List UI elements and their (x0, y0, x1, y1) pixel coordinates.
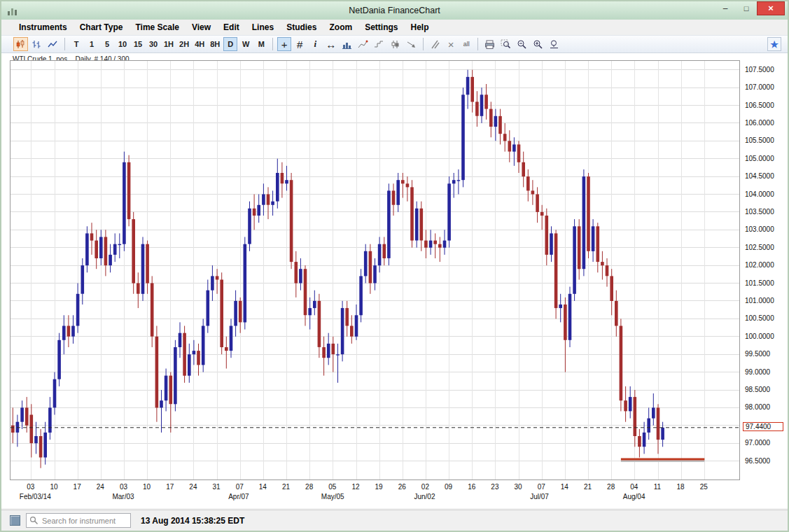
chart-type-bars-button[interactable] (29, 37, 44, 51)
chart-type-candlestick-button[interactable] (13, 37, 28, 51)
x-axis-month-label: Apr/07 (228, 493, 249, 500)
minimize-button[interactable]: – (715, 1, 736, 15)
x-axis-month-label: May/05 (321, 493, 344, 500)
timeframe-button-2h[interactable]: 2H (177, 37, 191, 51)
maximize-button[interactable]: □ (736, 1, 757, 15)
timeframe-button-1h[interactable]: 1H (162, 37, 176, 51)
menu-item-lines[interactable]: Lines (246, 21, 280, 34)
menu-item-settings[interactable]: Settings (358, 21, 404, 34)
study-compare-button[interactable] (388, 37, 403, 51)
x-axis-label: 05 (323, 483, 342, 491)
zoom-out-button[interactable] (515, 37, 529, 51)
print-button[interactable] (482, 37, 497, 51)
x-axis-months: Feb/03/14Mar/03Apr/07May/05Jun/02Jul/07A… (1, 493, 778, 501)
zoom-area-button[interactable] (498, 37, 513, 51)
price-chart[interactable] (10, 60, 740, 480)
y-axis-label: 104.5000 (745, 172, 774, 180)
status-icon (10, 515, 20, 526)
window-controls: – □ × (715, 1, 785, 20)
status-bar: 13 Aug 2014 15:38:25 EDT (1, 510, 788, 531)
candlestick-icon (15, 39, 26, 50)
timeframe-button-1[interactable]: 1 (85, 37, 99, 51)
volume-button[interactable] (340, 37, 354, 51)
y-axis-label: 102.5000 (745, 244, 774, 251)
window-title: NetDania FinanceChart (1, 6, 788, 15)
timeframe-button-w[interactable]: W (239, 37, 253, 51)
timeframe-button-30[interactable]: 30 (146, 37, 160, 51)
x-axis-label: 23 (485, 483, 505, 491)
timeframe-button-4h[interactable]: 4H (193, 37, 207, 51)
menu-item-studies[interactable]: Studies (280, 21, 323, 34)
x-axis-label: 03 (21, 483, 41, 491)
app-window: NetDania FinanceChart – □ × InstrumentsC… (0, 0, 789, 532)
toolbar-separator (423, 38, 424, 50)
toolbar: T151015301H2H4H8HDWM + # i ↔ (1, 35, 788, 53)
study-trend-icon (406, 39, 417, 50)
star-button[interactable]: ★ (767, 37, 781, 51)
mini-chart-icon (7, 6, 18, 16)
x-axis-label: 19 (369, 483, 389, 491)
y-axis-label: 103.5000 (745, 208, 774, 216)
study-trend-button[interactable] (404, 37, 419, 51)
close-button[interactable]: × (757, 1, 785, 15)
x-axis-label: 26 (392, 483, 412, 491)
timeframe-button-d[interactable]: D (223, 37, 237, 51)
menu-item-time-scale[interactable]: Time Scale (129, 21, 185, 34)
x-axis-label: 02 (415, 483, 435, 491)
draw-lines-button[interactable] (428, 37, 442, 51)
y-axis: 97.4400 107.5000107.0000106.5000106.0000… (742, 60, 788, 481)
current-price-marker: 97.4400 (743, 422, 783, 431)
x-axis-label: 07 (230, 483, 249, 491)
x-axis-label: 17 (160, 483, 180, 491)
menu-item-view[interactable]: View (186, 21, 217, 34)
clock: 13 Aug 2014 15:38:25 EDT (141, 516, 244, 526)
zoom-in-button[interactable] (531, 37, 545, 51)
draw-lines-icon (430, 39, 440, 50)
zoom-area-icon (501, 39, 511, 50)
x-axis-month-label: Aug/04 (623, 493, 645, 500)
study-line-button[interactable] (356, 37, 370, 51)
menu-item-edit[interactable]: Edit (217, 21, 246, 34)
y-axis-label: 106.5000 (745, 102, 774, 109)
x-axis-month-label: Mar/03 (112, 493, 134, 500)
timeframe-button-t[interactable]: T (69, 37, 83, 51)
y-axis-label: 107.5000 (745, 66, 774, 74)
chart-type-line-button[interactable] (46, 37, 60, 51)
timeframe-group: T151015301H2H4H8HDWM (69, 37, 269, 51)
study-step-icon (374, 39, 384, 50)
study-step-button[interactable] (372, 37, 386, 51)
search-icon (29, 516, 39, 525)
y-axis-label: 99.5000 (745, 350, 770, 358)
zoom-reset-button[interactable] (547, 37, 561, 51)
toolbar-separator (477, 38, 478, 50)
timeframe-button-15[interactable]: 15 (131, 37, 145, 51)
x-axis-month-label: Jul/07 (530, 493, 549, 500)
x-axis-label: 07 (531, 483, 551, 491)
instrument-search-input[interactable] (26, 513, 131, 528)
menu-item-chart-type[interactable]: Chart Type (74, 21, 130, 34)
hide-all-studies-button[interactable]: all (459, 37, 473, 51)
chart-region: WTI Crude 1. pos. , Daily, # 140 / 300 9… (1, 53, 788, 508)
x-axis-label: 09 (439, 483, 459, 491)
print-icon (484, 39, 495, 50)
timeframe-button-m[interactable]: M (254, 37, 268, 51)
menu-item-zoom[interactable]: Zoom (323, 21, 358, 34)
x-axis-label: 25 (694, 483, 713, 491)
delete-lines-button[interactable]: × (444, 37, 458, 51)
timeframe-button-5[interactable]: 5 (100, 37, 114, 51)
menu-item-help[interactable]: Help (404, 21, 435, 34)
app-icon (7, 5, 20, 16)
candlestick-chart (11, 61, 739, 479)
crosshair-button[interactable]: + (277, 37, 291, 51)
pan-button[interactable]: ↔ (323, 37, 338, 51)
study-line-icon (358, 39, 368, 50)
timeframe-button-10[interactable]: 10 (116, 37, 130, 51)
x-axis-label: 14 (253, 483, 272, 491)
x-axis-label: 30 (508, 483, 528, 491)
timeframe-button-8h[interactable]: 8H (208, 37, 222, 51)
grid-toggle-button[interactable]: # (293, 37, 307, 51)
menu-item-instruments[interactable]: Instruments (13, 21, 74, 34)
x-axis-label: 31 (207, 483, 226, 491)
zoom-in-icon (533, 39, 543, 50)
info-button[interactable]: i (308, 37, 322, 51)
